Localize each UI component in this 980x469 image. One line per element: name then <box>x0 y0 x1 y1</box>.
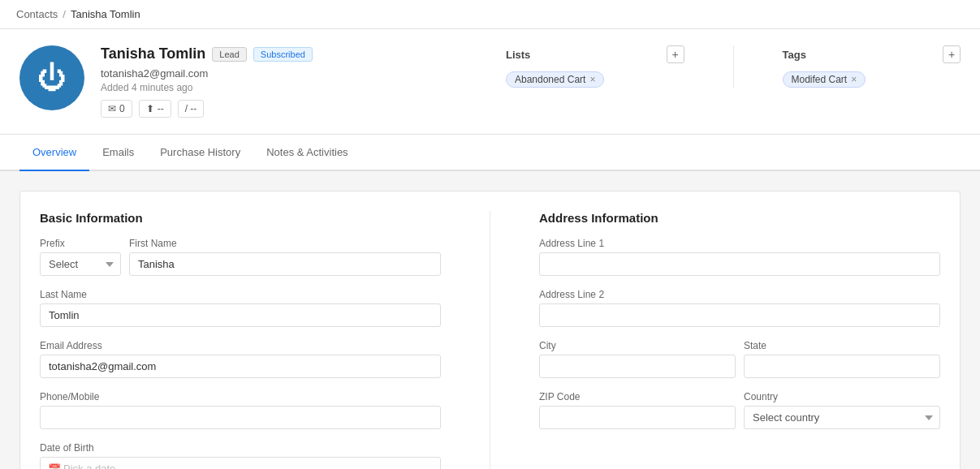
dob-input-wrapper: 📅 <box>40 457 441 469</box>
dob-group: Date of Birth 📅 <box>40 442 441 469</box>
more-action-button[interactable]: / -- <box>178 100 205 118</box>
prefix-select[interactable]: Select Mr. Ms. Mrs. Dr. <box>40 252 121 276</box>
state-input[interactable] <box>744 355 940 378</box>
first-name-group: First Name <box>129 238 441 276</box>
addr1-label: Address Line 1 <box>539 238 940 249</box>
addr2-label: Address Line 2 <box>539 289 940 300</box>
lists-add-button[interactable]: + <box>667 45 684 63</box>
contact-name: Tanisha Tomlin <box>101 45 205 62</box>
addr2-input[interactable] <box>539 303 940 327</box>
contact-actions: ✉ 0 ⬆ -- / -- <box>101 100 490 118</box>
country-select-wrapper: Select country United States United King… <box>744 406 940 429</box>
contact-name-row: Tanisha Tomlin Lead Subscribed <box>101 45 490 62</box>
tab-overview[interactable]: Overview <box>19 135 89 171</box>
phone-group: Phone/Mobile <box>40 391 441 429</box>
email-label: Email Address <box>40 340 441 351</box>
list-item-close-icon[interactable]: × <box>589 74 595 85</box>
last-name-label: Last Name <box>40 289 441 300</box>
tags-tags-row: Modifed Cart × <box>783 71 961 88</box>
tag-item-label: Modifed Cart <box>792 74 848 85</box>
prefix-group: Prefix Select Mr. Ms. Mrs. Dr. <box>40 238 121 276</box>
address-info-column: Address Information Address Line 1 Addre… <box>539 211 940 469</box>
email-icon: ✉ <box>108 103 116 114</box>
contact-added-text: Added 4 minutes ago <box>101 82 490 93</box>
state-label: State <box>744 340 940 351</box>
lists-block: Lists + Abandoned Cart × <box>506 45 684 88</box>
lists-title: Lists <box>506 49 530 61</box>
email-action-button[interactable]: ✉ 0 <box>101 100 132 118</box>
breadcrumb-contacts[interactable]: Contacts <box>16 8 58 20</box>
list-item-label: Abandoned Cart <box>515 74 585 85</box>
export-label: -- <box>158 103 164 114</box>
prefix-firstname-row: Prefix Select Mr. Ms. Mrs. Dr. First Nam… <box>40 238 441 289</box>
list-item-abandoned-cart: Abandoned Cart × <box>506 71 604 88</box>
country-select[interactable]: Select country United States United King… <box>744 406 940 429</box>
columns-divider <box>490 211 490 469</box>
more-icon: / -- <box>185 103 197 114</box>
country-group: Country Select country United States Uni… <box>744 391 940 429</box>
lists-tags-row: Abandoned Cart × <box>506 71 684 88</box>
avatar: ⏻ <box>19 45 84 110</box>
export-action-button[interactable]: ⬆ -- <box>139 100 171 118</box>
tab-purchase-history[interactable]: Purchase History <box>147 135 253 171</box>
phone-label: Phone/Mobile <box>40 391 441 402</box>
tag-item-modified-cart: Modifed Cart × <box>783 71 866 88</box>
breadcrumb-bar: Contacts / Tanisha Tomlin <box>0 0 980 29</box>
main-content: Basic Information Prefix Select Mr. Ms. … <box>0 171 980 469</box>
phone-input[interactable] <box>40 406 441 429</box>
tags-block: Tags + Modifed Cart × <box>783 45 961 88</box>
power-icon: ⏻ <box>37 61 67 95</box>
prefix-label: Prefix <box>40 238 121 249</box>
city-group: City <box>539 340 736 378</box>
contact-email: totanisha2@gmail.com <box>101 67 490 80</box>
tags-header: Tags + <box>783 45 961 63</box>
lists-tags-section: Lists + Abandoned Cart × Tags + Modifed … <box>506 45 961 88</box>
zip-input[interactable] <box>539 406 736 429</box>
zip-country-row: ZIP Code Country Select country United S… <box>539 391 940 442</box>
tab-emails[interactable]: Emails <box>89 135 147 171</box>
contact-header: ⏻ Tanisha Tomlin Lead Subscribed totanis… <box>0 29 980 135</box>
breadcrumb-current: Tanisha Tomlin <box>71 8 140 20</box>
tags-add-button[interactable]: + <box>943 45 961 63</box>
zip-label: ZIP Code <box>539 391 736 402</box>
basic-info-title: Basic Information <box>40 211 441 225</box>
tag-item-close-icon[interactable]: × <box>851 74 857 85</box>
city-label: City <box>539 340 736 351</box>
dob-input[interactable] <box>40 457 441 469</box>
addr1-group: Address Line 1 <box>539 238 940 276</box>
address-info-title: Address Information <box>539 211 940 225</box>
country-label: Country <box>744 391 940 402</box>
tabs-bar: Overview Emails Purchase History Notes &… <box>0 135 980 171</box>
two-column-layout: Basic Information Prefix Select Mr. Ms. … <box>40 211 940 469</box>
lead-badge[interactable]: Lead <box>212 47 246 62</box>
contact-info: Tanisha Tomlin Lead Subscribed totanisha… <box>101 45 490 118</box>
export-icon: ⬆ <box>146 103 154 114</box>
state-group: State <box>744 340 940 378</box>
city-input[interactable] <box>539 355 736 378</box>
tab-notes-activities[interactable]: Notes & Activities <box>253 135 360 171</box>
dob-label: Date of Birth <box>40 442 441 454</box>
subscribed-badge[interactable]: Subscribed <box>253 47 313 62</box>
city-state-row: City State <box>539 340 940 391</box>
email-input[interactable] <box>40 355 441 378</box>
email-group: Email Address <box>40 340 441 378</box>
tags-title: Tags <box>783 49 806 61</box>
addr1-input[interactable] <box>539 252 940 276</box>
first-name-input[interactable] <box>129 252 441 276</box>
breadcrumb-separator: / <box>63 8 66 20</box>
basic-info-column: Basic Information Prefix Select Mr. Ms. … <box>40 211 441 469</box>
zip-group: ZIP Code <box>539 391 736 429</box>
lists-header: Lists + <box>506 45 684 63</box>
overview-card: Basic Information Prefix Select Mr. Ms. … <box>19 191 961 469</box>
last-name-input[interactable] <box>40 303 441 327</box>
addr2-group: Address Line 2 <box>539 289 940 327</box>
lists-tags-divider <box>733 45 734 88</box>
last-name-group: Last Name <box>40 289 441 327</box>
email-count: 0 <box>119 103 125 114</box>
first-name-label: First Name <box>129 238 441 249</box>
